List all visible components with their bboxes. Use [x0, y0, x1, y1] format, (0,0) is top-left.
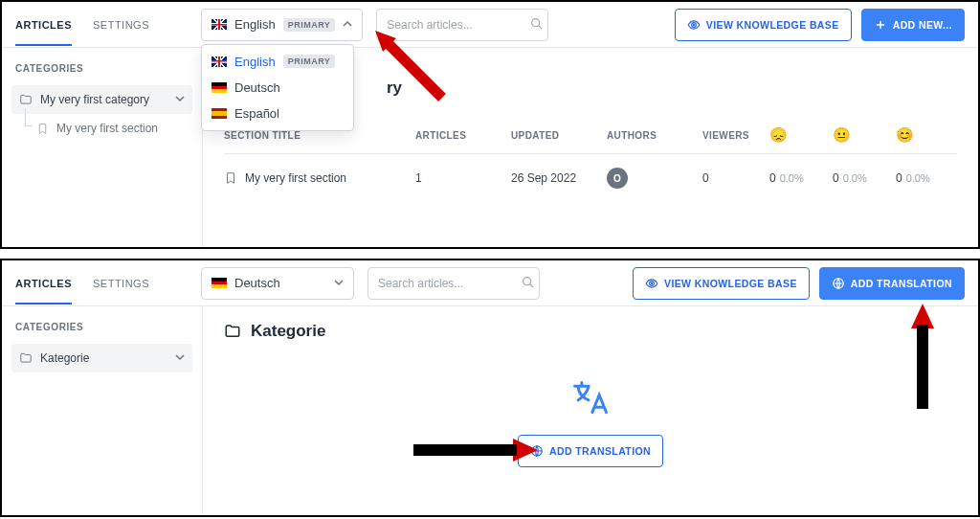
row-sad-pct: 0.0% — [780, 172, 804, 184]
row-happy-pct: 0.0% — [906, 172, 930, 184]
row-title: My very first section — [245, 171, 346, 185]
language-option-deutsch[interactable]: Deutsch — [202, 75, 353, 101]
view-kb-label: VIEW KNOWLEDGE BASE — [664, 278, 797, 289]
language-selected-label: Deutsch — [234, 276, 280, 290]
tab-settings[interactable]: SETTINGS — [93, 4, 149, 46]
flag-de-icon — [212, 278, 227, 288]
add-new-button[interactable]: ADD NEW... — [861, 9, 965, 41]
svg-point-0 — [532, 18, 540, 26]
row-viewers: 0 — [702, 171, 769, 185]
translate-icon — [569, 377, 612, 419]
svg-line-5 — [530, 283, 533, 286]
folder-icon — [19, 93, 33, 106]
svg-point-4 — [523, 277, 531, 284]
page-title: Kategorie — [224, 322, 957, 341]
row-neutral-count: 0 — [833, 171, 839, 185]
chevron-down-icon — [334, 276, 344, 290]
row-neutral-pct: 0.0% — [843, 172, 867, 184]
table-row[interactable]: My very first section 1 26 Sep 2022 O 0 … — [224, 153, 957, 202]
chevron-down-icon — [175, 351, 185, 365]
language-option-label: Español — [234, 106, 279, 121]
globe-icon — [832, 277, 845, 290]
plus-icon — [874, 18, 887, 32]
folder-icon — [224, 323, 241, 340]
sidebar-category-label: Kategorie — [40, 351, 89, 365]
add-translation-label: ADD TRANSLATION — [851, 278, 952, 289]
sad-face-icon: 😞 — [769, 126, 788, 144]
eye-icon — [645, 277, 658, 290]
flag-es-icon — [212, 108, 227, 119]
language-dropdown: English PRIMARY Deutsch Español — [201, 44, 354, 131]
row-happy-count: 0 — [896, 171, 902, 185]
add-translation-button[interactable]: ADD TRANSLATION — [819, 267, 965, 300]
search-input[interactable] — [387, 18, 530, 32]
th-section-title: SECTION TITLE — [224, 130, 415, 141]
page-title-label: Kategorie — [251, 322, 325, 341]
language-option-espanol[interactable]: Español — [202, 101, 353, 126]
row-updated: 26 Sep 2022 — [511, 171, 607, 185]
svg-line-1 — [539, 25, 542, 28]
view-knowledge-base-button[interactable]: VIEW KNOWLEDGE BASE — [633, 267, 810, 300]
search-input[interactable] — [378, 277, 522, 290]
search-box[interactable] — [376, 9, 548, 41]
flag-uk-icon — [212, 56, 227, 67]
sidebar-section-label: My very first section — [56, 122, 158, 135]
sidebar-category-label: My very first category — [40, 93, 149, 106]
svg-point-6 — [651, 282, 653, 283]
bookmark-icon — [36, 123, 49, 135]
language-selector[interactable]: Deutsch — [201, 267, 354, 300]
th-viewers: VIEWERS — [702, 130, 769, 141]
flag-uk-icon — [212, 19, 227, 30]
flag-de-icon — [212, 82, 227, 93]
chevron-up-icon — [343, 17, 352, 32]
add-translation-empty-label: ADD TRANSLATION — [549, 445, 651, 457]
author-avatar: O — [607, 168, 628, 189]
primary-badge: PRIMARY — [283, 18, 336, 32]
folder-icon — [19, 351, 33, 365]
search-box[interactable] — [368, 267, 540, 300]
svg-point-2 — [693, 23, 695, 25]
search-icon — [530, 17, 543, 33]
th-updated: UPDATED — [511, 130, 607, 141]
th-articles: ARTICLES — [415, 130, 511, 141]
row-articles: 1 — [415, 171, 511, 185]
sidebar-category[interactable]: Kategorie — [11, 344, 192, 372]
row-sad-count: 0 — [769, 171, 776, 185]
neutral-face-icon: 😐 — [833, 126, 851, 144]
primary-badge: PRIMARY — [283, 55, 336, 68]
sidebar-category[interactable]: My very first category — [11, 85, 192, 114]
page-title-partial: ry — [387, 79, 402, 97]
eye-icon — [687, 18, 701, 32]
tab-settings[interactable]: SETTINGS — [93, 262, 149, 305]
tab-articles[interactable]: ARTICLES — [15, 262, 72, 305]
bookmark-icon — [224, 171, 237, 185]
language-option-label: English — [234, 55, 276, 69]
search-icon — [522, 276, 534, 291]
view-knowledge-base-button[interactable]: VIEW KNOWLEDGE BASE — [675, 9, 852, 41]
tab-articles[interactable]: ARTICLES — [15, 4, 72, 46]
add-new-label: ADD NEW... — [893, 19, 952, 31]
language-selector[interactable]: English PRIMARY English PRIMARY Deutsch — [201, 9, 363, 41]
chevron-down-icon — [175, 93, 185, 106]
sidebar-section[interactable]: My very first section — [11, 114, 192, 143]
sidebar-heading: CATEGORIES — [11, 322, 192, 332]
globe-icon — [530, 444, 544, 458]
add-translation-empty-button[interactable]: ADD TRANSLATION — [518, 435, 663, 467]
language-option-english[interactable]: English PRIMARY — [202, 49, 353, 75]
view-kb-label: VIEW KNOWLEDGE BASE — [706, 19, 839, 31]
language-option-label: Deutsch — [234, 80, 280, 95]
language-selected-label: English — [234, 17, 276, 32]
sidebar-heading: CATEGORIES — [11, 63, 192, 74]
th-authors: AUTHORS — [607, 130, 702, 141]
happy-face-icon: 😊 — [896, 126, 914, 144]
